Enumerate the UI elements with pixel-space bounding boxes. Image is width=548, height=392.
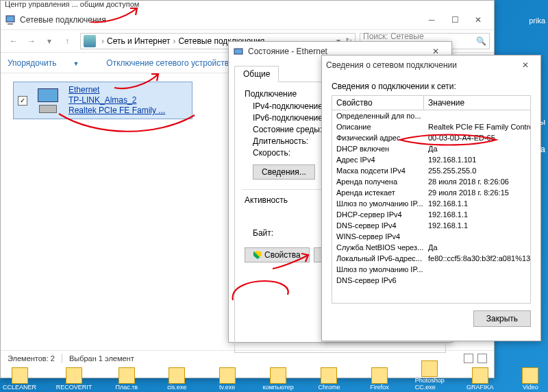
desktop-icon[interactable]: Photoshop CC.exe [415, 360, 445, 391]
prop-cell: Аренда получена [332, 176, 424, 187]
table-row[interactable]: DNS-сервер IPv4192.168.1.1 [332, 220, 530, 231]
truncated-caption: Центр управления ... общим доступом [5, 0, 139, 8]
prop-cell: DNS-сервер IPv6 [332, 275, 424, 286]
val-cell: Да [424, 242, 530, 253]
table-row[interactable]: Физический адрес00-03-0D-A4-ED-65 [332, 132, 530, 143]
val-cell: 00-03-0D-A4-ED-65 [424, 132, 530, 143]
maximize-button[interactable]: ☐ [443, 12, 466, 27]
details-table: Свойство Значение Определенный для по...… [332, 95, 531, 304]
val-cell [424, 275, 530, 286]
desktop-icon[interactable]: Firefox [364, 367, 394, 391]
adapter-device[interactable]: Realtek PCIe FE Family ... [68, 106, 165, 116]
prop-cell: Адрес IPv4 [332, 154, 424, 165]
explorer-title: Сетевые подключения [20, 15, 106, 25]
prop-cell: Описание [332, 121, 424, 132]
table-row[interactable]: Определенный для по... [332, 110, 530, 121]
desktop-label: пла [530, 144, 545, 154]
minimize-button[interactable]: ─ [420, 12, 443, 27]
address-icon [84, 35, 96, 47]
table-row[interactable]: DHCP включенДа [332, 143, 530, 154]
close-button[interactable]: ✕ [466, 12, 490, 27]
disable-device-button[interactable]: Отключение сетевого устройства [106, 58, 233, 68]
desktop-label: prika [529, 16, 545, 25]
adapter-ssid[interactable]: TP-LINK_Almas_2 [68, 95, 165, 106]
svg-rect-1 [8, 23, 13, 25]
details-button[interactable]: Сведения... [253, 164, 315, 180]
col-value[interactable]: Значение [424, 96, 469, 110]
prop-cell: Аренда истекает [332, 187, 424, 198]
desktop-icon[interactable]: GRAFIKA [465, 367, 495, 391]
val-cell [424, 264, 530, 275]
svg-rect-2 [234, 49, 242, 54]
details-dialog: Сведения о сетевом подключении ✕ Сведени… [321, 55, 541, 341]
details-close-button[interactable]: ✕ [510, 58, 540, 73]
prop-cell: Шлюз по умолчанию IP... [332, 198, 424, 209]
table-row[interactable]: DHCP-сервер IPv4192.168.1.1 [332, 209, 530, 220]
properties-button[interactable]: Свойства [245, 247, 310, 262]
col-property[interactable]: Свойство [332, 96, 424, 110]
adapter-item[interactable]: ✓ Ethernet TP-LINK_Almas_2 Realtek PCIe … [13, 82, 192, 119]
table-row[interactable]: Локальный IPv6-адрес...fe80::ccf5:8a30:b… [332, 253, 530, 264]
organize-menu[interactable]: Упорядочить▼ [8, 58, 92, 68]
val-cell: 255.255.255.0 [424, 165, 530, 176]
prop-cell: Физический адрес [332, 132, 424, 143]
prop-cell: Шлюз по умолчанию IP... [332, 264, 424, 275]
details-titlebar: Сведения о сетевом подключении ✕ [322, 56, 540, 75]
desktop-icon[interactable]: tv.exe [212, 367, 242, 391]
desktop-icon[interactable]: cis.exe [162, 367, 191, 391]
table-row[interactable]: WINS-сервер IPv4 [332, 231, 530, 242]
desktop-icon[interactable]: CCLEANER [3, 367, 36, 391]
val-cell: Realtek PCIe FE Family Controller [424, 121, 530, 132]
desktop-icon[interactable]: Chrome [314, 367, 344, 391]
view-details-icon[interactable] [464, 354, 473, 363]
table-row[interactable]: Аренда истекает29 июля 2018 г. 8:26:15 [332, 187, 530, 198]
tab-general[interactable]: Общие [234, 66, 279, 82]
forward-button[interactable]: → [23, 32, 40, 50]
desktop-icon[interactable]: Video [516, 367, 545, 391]
status-title: Состояние - Ethernet [248, 47, 327, 56]
val-cell: fe80::ccf5:8a30:b3f2:a081%13 [424, 253, 530, 264]
val-cell: Да [424, 143, 530, 154]
prop-cell: Определенный для по... [332, 110, 424, 121]
explorer-titlebar: Сетевые подключения ─ ☐ ✕ [1, 10, 494, 29]
svg-rect-0 [6, 16, 14, 22]
close-button-details[interactable]: Закрыть [473, 310, 531, 327]
table-row[interactable]: Шлюз по умолчанию IP... [332, 264, 530, 275]
table-row[interactable]: Маска подсети IPv4255.255.255.0 [332, 165, 530, 176]
back-button[interactable]: ← [5, 32, 23, 50]
prop-cell: WINS-сервер IPv4 [332, 231, 424, 242]
prop-cell: DHCP-сервер IPv4 [332, 209, 424, 220]
desktop-icons: CCLEANERRECOVERITПлас.твcis.exetv.exeком… [0, 369, 548, 391]
breadcrumb[interactable]: Сеть и Интернет [107, 36, 170, 46]
desktop-icon[interactable]: RECOVERIT [57, 367, 91, 391]
adapter-checkbox[interactable]: ✓ [18, 96, 27, 106]
table-row[interactable]: DNS-сервер IPv6 [332, 275, 530, 286]
val-cell: 192.168.1.101 [424, 154, 530, 165]
val-cell: 29 июля 2018 г. 8:26:15 [424, 187, 530, 198]
recent-dropdown[interactable]: ▾ [40, 32, 58, 50]
adapter-icon [32, 88, 64, 113]
table-row[interactable]: ОписаниеRealtek PCIe FE Family Controlle… [332, 121, 530, 132]
view-large-icon[interactable] [477, 354, 487, 363]
selected-count: Выбран 1 элемент [69, 354, 134, 363]
prop-cell: Служба NetBIOS через... [332, 242, 424, 253]
item-count: Элементов: 2 [8, 354, 55, 363]
up-button[interactable]: ↑ [58, 32, 76, 50]
val-cell: 192.168.1.1 [424, 198, 530, 209]
val-cell: 192.168.1.1 [424, 220, 530, 231]
prop-cell: Маска подсети IPv4 [332, 165, 424, 176]
details-subheader: Сведения о подключении к сети: [332, 82, 531, 91]
table-row[interactable]: Аренда получена28 июля 2018 г. 8:26:06 [332, 176, 530, 187]
table-row[interactable]: Служба NetBIOS через...Да [332, 242, 530, 253]
shield-icon [253, 251, 262, 259]
desktop-icon[interactable]: компьютер [262, 367, 293, 391]
val-cell: 192.168.1.1 [424, 209, 530, 220]
adapter-name[interactable]: Ethernet [68, 85, 165, 95]
ethernet-icon [233, 46, 244, 57]
table-row[interactable]: Шлюз по умолчанию IP...192.168.1.1 [332, 198, 530, 209]
table-row[interactable]: Адрес IPv4192.168.1.101 [332, 154, 530, 165]
prop-cell: DNS-сервер IPv4 [332, 220, 424, 231]
desktop-icon[interactable]: Плас.тв [112, 367, 141, 391]
val-cell [424, 231, 530, 242]
network-icon [5, 14, 16, 25]
